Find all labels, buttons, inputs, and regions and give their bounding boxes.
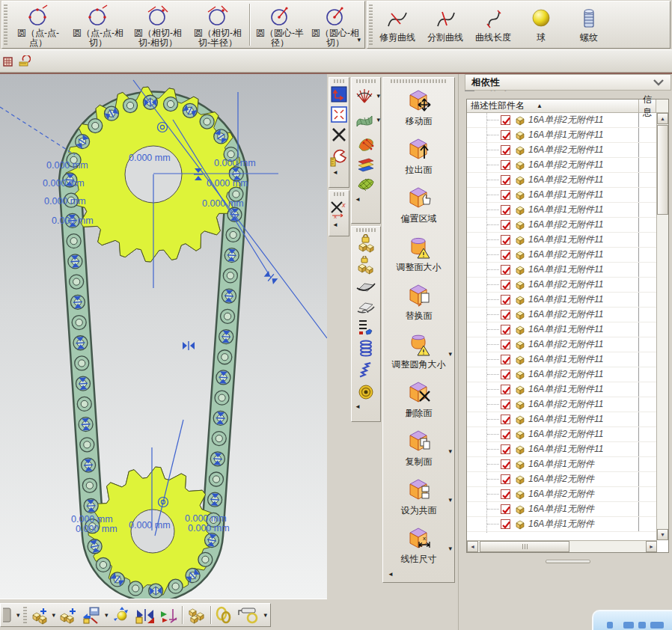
component-checkbox[interactable]	[501, 205, 510, 215]
scroll-right-icon[interactable]: ►	[646, 541, 657, 552]
circle-tool-button[interactable]: 圆（相切-相切-相切）	[128, 1, 188, 48]
curve-tool-button[interactable]: 分割曲线	[421, 1, 469, 44]
sync-modeling-button[interactable]: 替换面 ▾	[383, 278, 454, 327]
dimension-label[interactable]: 0.000 mm	[46, 160, 88, 171]
component-checkbox[interactable]	[501, 115, 510, 125]
dimension-label[interactable]: 0.000 mm	[129, 153, 171, 163]
horizontal-scroll-thumb[interactable]	[480, 541, 569, 552]
component-checkbox[interactable]	[501, 250, 510, 260]
circle-tool-button[interactable]: 圆（圆心-相切）	[308, 1, 363, 48]
dimension-label[interactable]: 0.000 mm	[71, 514, 113, 525]
sync-modeling-button[interactable]: 调整圆角大小 ▾	[383, 327, 454, 376]
component-row[interactable]: 16A单排2无附件11	[467, 367, 656, 382]
select-list-icon[interactable]	[356, 318, 376, 336]
dimension-label[interactable]: 0.000 mm	[129, 520, 171, 530]
dropdown-arrow-icon[interactable]: ▾	[376, 92, 380, 100]
component-checkbox[interactable]	[501, 160, 510, 170]
component-checkbox[interactable]	[501, 265, 510, 275]
component-checkbox[interactable]	[501, 220, 510, 230]
move-component-icon[interactable]	[112, 605, 131, 625]
component-checkbox[interactable]	[501, 459, 510, 469]
component-row[interactable]: 16A单排2无附件11	[467, 397, 656, 412]
file-op-button[interactable]	[71, 59, 79, 64]
surface-points-icon[interactable]	[356, 134, 376, 153]
component-row[interactable]: 16A单排2无附件11	[467, 218, 656, 233]
component-row[interactable]: 16A单排1无附件11	[467, 263, 656, 278]
sync-modeling-button[interactable]: 调整面大小 ▾	[383, 230, 454, 278]
chamfer-wedge-icon[interactable]	[355, 278, 376, 296]
component-row[interactable]: 16A单排2无附件11	[467, 158, 656, 173]
collapse-arrow-icon[interactable]: ◄	[355, 403, 380, 410]
horizontal-scrollbar[interactable]: ◄ ►	[467, 540, 657, 552]
sync-modeling-button[interactable]: 复制面 ▾	[383, 424, 454, 473]
component-checkbox[interactable]	[501, 310, 510, 319]
component-row[interactable]: 16A单排2无附件11	[467, 143, 656, 158]
toolbar-drag-handle[interactable]	[356, 228, 376, 232]
checkered-surface-icon[interactable]	[355, 174, 376, 194]
cancel-icon[interactable]	[330, 126, 348, 144]
component-checkbox[interactable]	[501, 295, 510, 305]
dropdown-arrow-icon[interactable]: ▾	[16, 611, 20, 619]
component-checkbox[interactable]	[501, 519, 510, 529]
collapse-arrow-icon[interactable]: ◄	[388, 571, 454, 578]
rainbow-sheets-icon[interactable]	[356, 156, 376, 172]
scroll-down-icon[interactable]: ▼	[657, 529, 668, 540]
component-checkbox[interactable]	[501, 504, 510, 514]
component-checkbox[interactable]	[501, 370, 510, 379]
column-header-name[interactable]: 描述性部件名 ▲	[467, 100, 639, 113]
circle-tool-button[interactable]: 圆（点-点-点）	[8, 1, 68, 48]
chevron-down-icon[interactable]	[653, 79, 665, 86]
sort-ascending-icon[interactable]: ▲	[537, 103, 543, 109]
component-row[interactable]: 16A单排2无附件11	[467, 427, 656, 442]
partial-tool-icon[interactable]	[3, 606, 13, 624]
constraint-glyph-icon[interactable]	[183, 341, 195, 350]
dimension-label[interactable]: 0.000 mm	[43, 178, 85, 189]
locked-cubes2-icon[interactable]	[356, 256, 376, 275]
collapse-arrow-icon[interactable]: ◄	[355, 196, 380, 203]
dimension-label[interactable]: 0.000 mm	[76, 524, 117, 534]
toolbar-drag-handle[interactable]	[391, 79, 447, 83]
dimension-label[interactable]: 0.000 mm	[188, 523, 230, 533]
boundary-check-icon[interactable]	[2, 55, 14, 67]
component-checkbox[interactable]	[501, 355, 510, 364]
component-checkbox[interactable]	[501, 280, 510, 290]
component-checkbox[interactable]	[501, 340, 510, 349]
sync-modeling-button[interactable]: 拉出面 ▾	[383, 132, 454, 181]
component-checkbox[interactable]	[501, 190, 510, 200]
toolbar-drag-handle[interactable]	[334, 192, 344, 196]
show-degrees-of-freedom-icon[interactable]	[158, 605, 179, 625]
curve-tool-button[interactable]: 螺纹	[565, 1, 613, 44]
component-row[interactable]: 16A单排2无附件11	[467, 278, 656, 293]
component-row[interactable]: 16A单排2无附件	[467, 487, 656, 502]
component-row[interactable]: 16A单排1无附件11	[467, 293, 656, 308]
component-row[interactable]: 16A单排1无附件11	[467, 128, 656, 143]
dropdown-arrow-icon[interactable]: ▾	[448, 496, 452, 504]
component-row[interactable]: 16A单排2无附件11	[467, 113, 656, 128]
file-op-button[interactable]	[47, 59, 55, 64]
scroll-left-icon[interactable]: ◄	[467, 541, 478, 552]
hatch-fan-icon[interactable]	[355, 86, 374, 105]
locked-cubes-icon[interactable]	[356, 234, 376, 254]
scroll-up-icon[interactable]: ▲	[657, 113, 668, 124]
sync-modeling-button[interactable]: 删除面 ▾	[383, 376, 454, 424]
component-row[interactable]: 16A单排1无附件11	[467, 382, 656, 397]
washer-coil-icon[interactable]	[356, 383, 376, 401]
measure-tool-icon[interactable]	[19, 55, 31, 67]
circle-tool-button[interactable]: 圆（圆心-半径）	[252, 1, 308, 48]
add-component-icon[interactable]	[30, 605, 49, 625]
file-op-button[interactable]	[35, 59, 43, 64]
dimension-label[interactable]: 0.000 mm	[185, 513, 227, 524]
dropdown-arrow-icon[interactable]: ▾	[105, 611, 109, 619]
dimension-label[interactable]: 0.000 mm	[52, 215, 94, 226]
spring-icon[interactable]	[357, 360, 375, 381]
toolbar-drag-handle[interactable]	[356, 79, 376, 83]
component-checkbox[interactable]	[501, 474, 510, 484]
collapse-arrow-icon[interactable]: ◄	[332, 169, 349, 176]
component-checkbox[interactable]	[501, 175, 510, 185]
splitter-grip[interactable]	[546, 560, 590, 563]
curve-tool-button[interactable]: 曲线长度	[469, 1, 517, 44]
file-op-button[interactable]	[107, 59, 114, 64]
dimension-label[interactable]: 0.000 mm	[202, 198, 244, 209]
toolbar-drag-handle[interactable]	[334, 79, 344, 83]
dropdown-arrow-icon[interactable]: ▾	[448, 545, 452, 552]
